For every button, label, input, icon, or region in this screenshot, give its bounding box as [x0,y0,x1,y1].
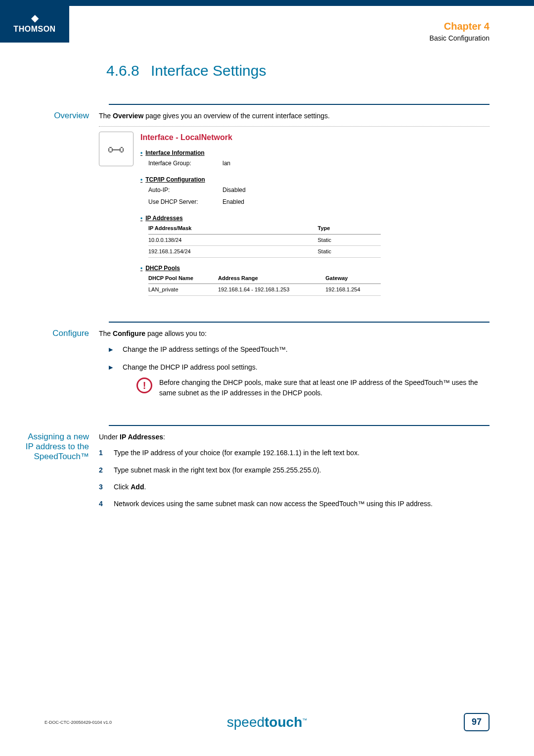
assigning-label: Assigning a new IP address to the SpeedT… [25,432,99,516]
ip-addresses-table: IP Address/Mask Type 10.0.0.138/24 Stati… [148,223,381,258]
configure-block: Configure The Configure page allows you … [109,322,490,406]
top-bar [0,0,534,6]
step-3: 3Click Add. [99,481,490,492]
overview-label: Overview [49,111,99,302]
ip-addresses-heading: •IP Addresses [140,214,490,223]
section-title: 4.6.8Interface Settings [106,62,490,79]
configure-intro: The Configure page allows you to: [99,329,490,339]
configure-bullet-1: Change the IP address settings of the Sp… [109,344,490,355]
assigning-intro: Under IP Addresses: [99,432,490,442]
dhcp-pools-heading: •DHCP Pools [140,264,490,273]
configure-bullet-2: Change the DHCP IP address pool settings… [109,362,490,398]
interface-screenshot: ⧟ Interface - LocalNetwork •Interface In… [99,132,490,302]
warning-icon: ! [136,378,152,393]
warning-text: Before changing the DHCP pools, make sur… [159,378,490,398]
dotted-divider [99,126,490,127]
page-footer: E-DOC-CTC-20050429-0104 v1.0 speedtouch™… [0,713,534,731]
panel-title: Interface - LocalNetwork [140,132,490,143]
chapter-label: Chapter 4 [430,21,490,32]
table-row: 192.168.1.254/24 Static [148,246,381,258]
logo-diamond-icon: ◆ [10,12,59,24]
dhcp-server-row: Use DHCP Server: Enabled [140,196,490,208]
interface-group-row: Interface Group: lan [140,157,490,169]
page-number: 97 [464,713,490,731]
section-number: 4.6.8 [106,62,151,79]
main-content: 4.6.8Interface Settings Overview The Ove… [0,43,534,516]
page-header: ◆ THOMSON Chapter 4 Basic Configuration [0,6,534,43]
configure-label: Configure [49,329,99,406]
step-1: 1Type the IP address of your choice (for… [99,447,490,458]
chapter-subtitle: Basic Configuration [430,34,490,42]
overview-intro: The Overview page gives you an overview … [99,111,490,121]
assigning-block: Assigning a new IP address to the SpeedT… [109,425,490,516]
speedtouch-logo: speedtouch™ [227,714,308,730]
network-icon: ⧟ [99,132,134,166]
step-2: 2Type subnet mask in the right text box … [99,465,490,475]
interface-info-heading: •Interface Information [140,148,490,157]
dhcp-pools-table: DHCP Pool Name Address Range Gateway LAN… [148,273,381,296]
table-row: 10.0.0.138/24 Static [148,234,381,246]
chapter-header: Chapter 4 Basic Configuration [430,6,534,42]
warning-box: ! Before changing the DHCP pools, make s… [136,378,490,398]
thomson-logo: ◆ THOMSON [0,6,69,43]
overview-block: Overview The Overview page gives you an … [109,104,490,302]
section-title-text: Interface Settings [151,62,266,79]
table-row: LAN_private 192.168.1.64 - 192.168.1.253… [148,284,381,296]
logo-text: THOMSON [10,25,59,34]
auto-ip-row: Auto-IP: Disabled [140,184,490,196]
doc-id: E-DOC-CTC-20050429-0104 v1.0 [44,720,112,725]
tcpip-heading: •TCP/IP Configuration [140,175,490,184]
step-4: 4Network devices using the same subnet m… [99,498,490,509]
